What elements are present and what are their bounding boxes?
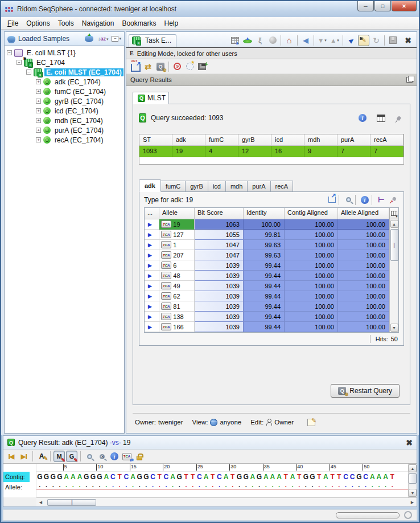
allele-cell[interactable]: TCA19 [159, 219, 195, 230]
expand-icon[interactable]: + [36, 89, 41, 94]
allele-match-track[interactable]: ........................................… [36, 482, 417, 490]
column-header-contig-aligned[interactable]: Contig Aligned [285, 208, 338, 219]
sequence-chip-icon[interactable]: TCA [161, 292, 171, 300]
st-column-header[interactable]: adk [172, 134, 205, 146]
table-row[interactable]: ▶TCA48103999.44100.00100.00 [145, 271, 389, 281]
tab-task-entry[interactable]: Task E... [129, 34, 176, 47]
hscroll-right-icon[interactable]: ▶ [408, 499, 417, 506]
allele-table-scrollbar[interactable]: ▲ ║ ▼ [389, 219, 398, 332]
row-arrow-cell[interactable]: ▶ [145, 271, 159, 281]
allele-cell[interactable]: TCA62 [159, 291, 195, 301]
collapse-all-icon[interactable]: − [112, 36, 118, 42]
expand-icon[interactable]: + [36, 99, 41, 104]
table-row[interactable]: ▶TCA127105599.81100.00100.00 [145, 230, 389, 240]
expand-icon[interactable]: + [36, 108, 41, 113]
pin-result-icon[interactable] [394, 113, 404, 122]
next-down-icon[interactable]: ▼▾ [316, 35, 328, 46]
alignment-info-icon[interactable]: i [109, 451, 120, 462]
new-circle-icon[interactable] [184, 61, 195, 72]
st-column-header[interactable]: purA [337, 134, 370, 146]
zoom-reset-icon[interactable] [96, 451, 108, 462]
table-row[interactable]: ▶TCA207104799.63100.00100.00 [145, 250, 389, 260]
expand-icon[interactable]: + [36, 137, 41, 142]
goto-arrow-icon[interactable]: ▶ [148, 222, 152, 227]
expand-icon[interactable]: + [36, 79, 41, 84]
goto-arrow-icon[interactable]: ▶ [148, 242, 152, 248]
allele-cell[interactable]: TCA207 [159, 250, 195, 260]
allele-cell[interactable]: TCA81 [159, 301, 195, 312]
menu-options[interactable]: Options [22, 18, 53, 28]
column-header-dots[interactable]: ... [145, 208, 159, 219]
st-column-header[interactable]: mdh [304, 134, 337, 146]
sort-icon[interactable]: ↓az▾ [98, 36, 109, 42]
refresh-icon[interactable]: ↻ [370, 35, 382, 46]
hscroll-thumb[interactable]: ║ [47, 499, 96, 506]
table-row[interactable]: ▶TCA6103999.44100.00100.00 [145, 260, 389, 271]
sequence-chip-icon[interactable]: TCA [161, 251, 171, 259]
sequence-chip-icon[interactable]: TCA [161, 220, 171, 228]
allele-cell[interactable]: TCA166 [159, 322, 195, 332]
home-icon[interactable]: ⌂ [283, 35, 295, 46]
st-column-header[interactable]: recA [370, 134, 403, 146]
contig-sequence-track[interactable]: GGGGAAAGGGACTCAGGCTCAGTTCATCATGGAGAAATAT… [36, 472, 417, 482]
allele-cell[interactable]: TCA127 [159, 230, 195, 240]
tree-item-label[interactable]: E. coli MLST (EC_1704) [44, 68, 123, 76]
tree-item-label[interactable]: EC_1704 [35, 59, 67, 67]
row-arrow-cell[interactable]: ▶ [145, 250, 159, 260]
tab-gyrB[interactable]: gyrB [186, 181, 208, 192]
allele-cell[interactable]: TCA49 [159, 281, 195, 291]
goto-arrow-icon[interactable]: ▶ [148, 314, 152, 320]
sequence-chip-icon[interactable]: TCA [161, 241, 171, 248]
mutation-highlight-button[interactable]: M [53, 451, 65, 462]
edit-mode-button[interactable]: E✎ [358, 35, 369, 46]
tree-item-label[interactable]: fumC (EC_1704) [53, 88, 108, 96]
goto-arrow-icon[interactable]: ▶ [148, 283, 152, 289]
scroll-down-icon[interactable]: ▼ [390, 324, 398, 332]
row-arrow-cell[interactable]: ▶ [145, 260, 159, 271]
load-samples-icon[interactable]: ▲ [85, 35, 93, 42]
st-column-header[interactable]: fumC [205, 134, 238, 146]
allele-cell[interactable]: TCA1 [159, 240, 195, 250]
maximize-button[interactable]: □ [374, 1, 391, 11]
export-alignment-icon[interactable] [327, 195, 337, 205]
tree-item[interactable]: +☺mdh (EC_1704) [5, 116, 124, 125]
query-settings-icon[interactable]: Q [155, 61, 166, 72]
tree-item-label[interactable]: mdh (EC_1704) [53, 117, 105, 125]
st-column-header[interactable]: ST [139, 134, 172, 146]
close-task-icon[interactable]: ✖ [402, 35, 414, 46]
pin-sequence-icon[interactable] [389, 195, 399, 205]
align-vthumb[interactable] [409, 473, 417, 484]
row-arrow-cell[interactable]: ▶ [145, 230, 159, 240]
tree-item[interactable]: −E. coli MLST (EC_1704) [5, 67, 124, 77]
annotate-icon[interactable]: A [36, 451, 47, 462]
st-column-header[interactable]: gyrB [238, 134, 271, 146]
reprocess-icon[interactable]: ⇄ [142, 61, 154, 72]
column-header-allele[interactable]: Allele [159, 208, 195, 219]
sequence-chip-icon[interactable]: TCA [161, 282, 171, 289]
sequence-chip-icon[interactable]: TCA [161, 272, 171, 279]
row-arrow-cell[interactable]: ▶ [145, 322, 159, 332]
row-arrow-cell[interactable]: ▶ [145, 281, 159, 291]
sequence-chip-icon[interactable]: TCA [161, 231, 171, 238]
expand-icon[interactable]: + [36, 118, 41, 123]
submit-antenna-icon[interactable] [242, 35, 253, 46]
collapse-icon[interactable]: − [7, 50, 12, 55]
goto-arrow-icon[interactable]: ▶ [148, 232, 152, 238]
menu-file[interactable]: File [3, 18, 22, 28]
row-arrow-cell[interactable]: ▶ [145, 240, 159, 250]
prev-up-icon[interactable]: ▲▾ [329, 35, 340, 46]
magnifier-icon[interactable] [343, 195, 353, 205]
target-region-icon[interactable] [171, 61, 183, 72]
table-row[interactable]: ▶TCA62103999.44100.00100.00 [145, 291, 389, 301]
finish-icon[interactable]: ► [345, 35, 357, 46]
st-table-row[interactable]: 10931941216977 [139, 146, 403, 157]
minimize-button[interactable]: ─ [357, 1, 374, 11]
allele-info-icon[interactable]: i [360, 195, 370, 205]
save-icon[interactable] [387, 35, 398, 46]
close-button[interactable]: ✕ [392, 1, 417, 11]
alignment-hscrollbar[interactable]: ◀ ║ ▶ [36, 497, 417, 506]
tab-icd[interactable]: icd [208, 181, 226, 192]
column-header-allele-aligned[interactable]: Allele Aligned [338, 208, 389, 219]
tree-item[interactable]: +☺recA (EC_1704) [5, 135, 124, 145]
tree-item-label[interactable]: icd (EC_1704) [53, 107, 100, 115]
